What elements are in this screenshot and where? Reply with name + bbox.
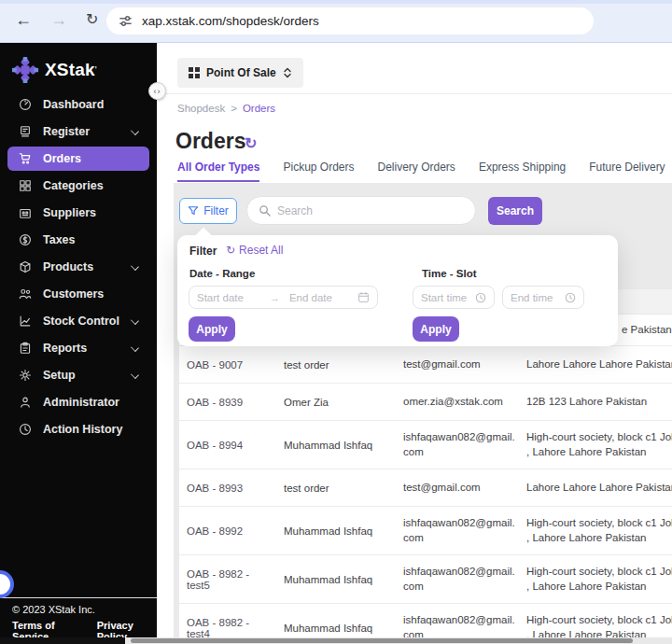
sidebar-item-categories[interactable]: Categories xyxy=(7,174,149,198)
sidebar-item-setup[interactable]: Setup xyxy=(7,363,149,387)
address-cell: Lahore Lahore Lahore Pakistan xyxy=(526,346,672,383)
sidebar-item-orders[interactable]: Orders xyxy=(7,147,149,171)
end-date-placeholder: End date xyxy=(289,292,332,303)
tab-all-order-types[interactable]: All Order Types xyxy=(177,161,259,182)
sidebar-item-register[interactable]: Register xyxy=(7,119,149,144)
address-line-1: High-court society, block c1 Johar xyxy=(526,613,672,628)
table-row[interactable]: OAB - 8982 - test5Muhammad Ishfaqishfaqa… xyxy=(179,555,672,604)
address-line-1: Lahore Lahore Lahore Pakistan xyxy=(526,357,672,372)
sort-arrows-icon xyxy=(283,67,292,78)
calendar-icon xyxy=(357,291,370,303)
email-cell: ishfaqawan082@gmail.com xyxy=(403,555,515,603)
filter-popup: Filter ↻ Reset All Date - Range Time - S… xyxy=(177,235,618,346)
table-rows: OAB - 9007test ordertest@gmail.comLahore… xyxy=(179,346,672,644)
date-range-input[interactable]: Start date → End date xyxy=(189,286,378,309)
brand-logo[interactable]: XStak ' xyxy=(11,56,97,84)
partial-address-fragment: e Pakistan xyxy=(622,324,672,335)
address-line-2: , Lahore Lahore Pakistan xyxy=(526,531,672,546)
browser-address-bar[interactable]: xap.xstak.com/shopdesk/orders xyxy=(106,7,594,35)
table-row[interactable]: OAB - 8992Muhammad Ishfaqishfaqawan082@g… xyxy=(179,507,672,555)
categories-icon xyxy=(19,179,32,192)
start-time-input[interactable]: Start time xyxy=(413,286,495,309)
tab-express-shipping[interactable]: Express Shipping xyxy=(479,161,566,182)
copyright-text: © 2023 XStak Inc. xyxy=(12,604,95,615)
register-icon xyxy=(19,125,32,138)
store-selector-button[interactable]: Point Of Sale xyxy=(177,58,303,88)
sidebar-item-label: Action History xyxy=(43,423,122,436)
customers-icon xyxy=(19,287,32,301)
sidebar-item-suppliers[interactable]: Suppliers xyxy=(7,201,149,225)
email-cell: test@gmail.com xyxy=(403,346,515,383)
time-slot-label: Time - Slot xyxy=(422,268,477,279)
sidebar-item-taxes[interactable]: Taxes xyxy=(7,228,149,252)
table-row[interactable]: OAB - 8993test ordertest@gmail.comLahore… xyxy=(179,469,672,507)
orders-icon xyxy=(19,152,32,165)
sidebar-item-products[interactable]: Products xyxy=(7,255,149,279)
sidebar-item-customers[interactable]: Customers xyxy=(7,282,149,306)
tab-future-delivery[interactable]: Future Delivery xyxy=(589,161,665,182)
administrator-icon xyxy=(19,396,32,409)
breadcrumb-orders[interactable]: Orders xyxy=(243,103,275,114)
address-line-2: , Lahore Lahore Pakistan xyxy=(526,445,672,460)
app-window: ← → ↻ xap.xstak.com/shopdesk/orders xyxy=(0,0,672,644)
xstak-flower-icon xyxy=(11,56,39,84)
sidebar-item-label: Setup xyxy=(43,369,76,382)
search-placeholder: Search xyxy=(277,204,313,217)
breadcrumb-shopdesk[interactable]: Shopdesk xyxy=(177,103,225,114)
order-id-cell: OAB - 8982 - test5 xyxy=(187,555,275,603)
sidebar-item-label: Taxes xyxy=(43,233,76,246)
start-time-placeholder: Start time xyxy=(421,292,467,303)
browser-back-icon[interactable]: ← xyxy=(15,11,32,28)
action-history-icon xyxy=(19,423,32,436)
search-button[interactable]: Search xyxy=(488,197,542,225)
sidebar-item-label: Customers xyxy=(43,287,104,301)
clock-icon xyxy=(475,292,486,303)
table-row[interactable]: OAB - 8994Muhammad Ishfaqishfaqawan082@g… xyxy=(179,421,672,469)
search-input[interactable]: Search xyxy=(246,196,476,225)
email-cell: test@gmail.com xyxy=(403,469,515,506)
reports-icon xyxy=(19,342,32,355)
reset-all-button[interactable]: ↻ Reset All xyxy=(226,244,283,257)
breadcrumb: Shopdesk > Orders xyxy=(177,103,275,114)
horizontal-scrollbar-thumb[interactable] xyxy=(131,638,633,643)
tab-pickup-orders[interactable]: Pickup Orders xyxy=(283,161,354,182)
table-row[interactable]: OAB - 8939Omer Ziaomer.zia@xstak.com12B … xyxy=(179,384,672,421)
refresh-icon[interactable]: ↻ xyxy=(245,134,257,152)
browser-tab-strip xyxy=(0,0,672,4)
sidebar-item-administrator[interactable]: Administrator xyxy=(7,390,149,414)
brand-name: XStak xyxy=(45,60,95,80)
customer-cell: Muhammad Ishfaq xyxy=(284,421,396,469)
sidebar-item-label: Dashboard xyxy=(43,98,104,111)
sidebar-item-stock-control[interactable]: Stock Control xyxy=(7,309,149,333)
search-icon xyxy=(259,204,271,217)
tab-delivery-orders[interactable]: Delivery Orders xyxy=(378,161,455,182)
funnel-icon xyxy=(188,205,199,217)
filter-button[interactable]: Filter xyxy=(179,198,237,224)
sidebar-item-dashboard[interactable]: Dashboard xyxy=(7,92,149,117)
grid-icon xyxy=(189,67,200,78)
table-row[interactable]: OAB - 9007test ordertest@gmail.comLahore… xyxy=(179,346,672,384)
breadcrumb-separator: > xyxy=(231,103,237,114)
address-line-1: High-court society, block c1 Johar xyxy=(526,430,672,445)
address-cell: High-court society, block c1 Johar, Laho… xyxy=(526,507,672,554)
brand-trademark: ' xyxy=(95,65,97,76)
date-range-label: Date - Range xyxy=(189,268,255,279)
apply-time-button[interactable]: Apply xyxy=(413,316,459,342)
sidebar-item-reports[interactable]: Reports xyxy=(7,336,149,360)
sidebar-item-label: Products xyxy=(43,260,93,273)
browser-forward-icon[interactable]: → xyxy=(50,11,67,28)
sidebar-item-action-history[interactable]: Action History xyxy=(7,417,149,441)
filter-button-label: Filter xyxy=(203,204,229,217)
apply-date-button[interactable]: Apply xyxy=(189,316,235,342)
store-selector-label: Point Of Sale xyxy=(206,66,276,79)
address-cell: High-court society, block c1 Johar, Laho… xyxy=(526,555,672,603)
end-time-input[interactable]: End time xyxy=(502,286,584,309)
address-cell: Lahore Lahore Lahore Pakistan xyxy=(526,469,672,506)
order-type-tabs: All Order TypesPickup OrdersDelivery Ord… xyxy=(177,161,665,182)
range-arrow-icon: → xyxy=(270,292,280,303)
browser-reload-icon[interactable]: ↻ xyxy=(86,12,98,27)
order-id-cell: OAB - 8993 xyxy=(187,469,275,506)
chevron-down-icon xyxy=(131,343,139,352)
site-settings-icon[interactable] xyxy=(119,14,133,28)
sidebar-collapse-toggle[interactable]: ‹› xyxy=(148,82,166,100)
